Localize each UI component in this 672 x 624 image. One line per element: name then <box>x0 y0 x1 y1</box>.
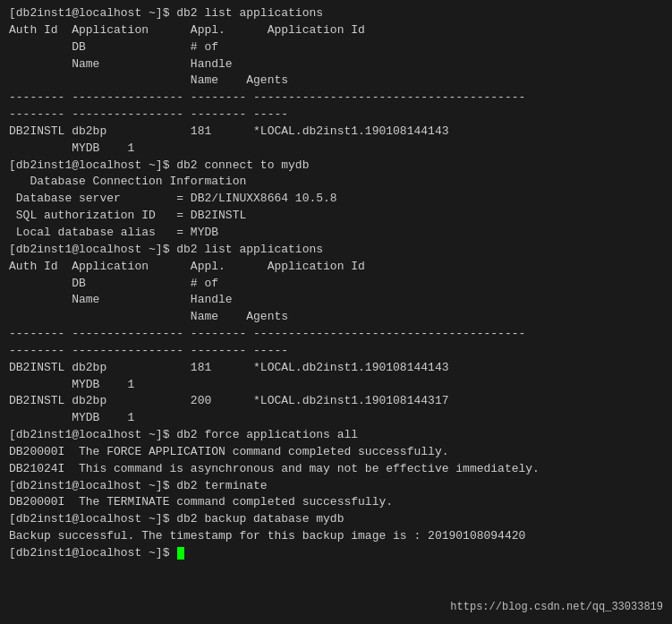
terminal-line: DB20000I The TERMINATE command completed… <box>9 494 663 511</box>
watermark: https://blog.csdn.net/qq_33033819 <box>450 600 663 615</box>
terminal-line: Name Agents <box>9 73 663 90</box>
terminal-line: -------- ---------------- -------- -----… <box>9 90 663 107</box>
terminal-line: Auth Id Application Appl. Application Id <box>9 259 663 276</box>
terminal-cursor <box>177 547 184 560</box>
terminal-window: [db2inst1@localhost ~]$ db2 list applica… <box>0 0 672 624</box>
terminal-line: Database server = DB2/LINUXX8664 10.5.8 <box>9 191 663 208</box>
terminal-line: DB21024I This command is asynchronous an… <box>9 461 663 478</box>
terminal-line: DB20000I The FORCE APPLICATION command c… <box>9 444 663 461</box>
terminal-line: MYDB 1 <box>9 410 663 427</box>
terminal-line: DB2INSTL db2bp 181 *LOCAL.db2inst1.19010… <box>9 124 663 141</box>
terminal-line: [db2inst1@localhost ~]$ db2 terminate <box>9 478 663 495</box>
terminal-line: [db2inst1@localhost ~]$ db2 list applica… <box>9 5 663 22</box>
terminal-line: Name Agents <box>9 309 663 326</box>
terminal-line: MYDB 1 <box>9 141 663 158</box>
terminal-line: Name Handle <box>9 292 663 309</box>
terminal-line: -------- ---------------- -------- -----… <box>9 326 663 343</box>
terminal-line: Local database alias = MYDB <box>9 225 663 242</box>
terminal-line: Auth Id Application Appl. Application Id <box>9 22 663 39</box>
terminal-content: [db2inst1@localhost ~]$ db2 list applica… <box>9 5 663 562</box>
terminal-line: -------- ---------------- -------- ----- <box>9 107 663 124</box>
terminal-line: DB # of <box>9 39 663 56</box>
terminal-line: Database Connection Information <box>9 174 663 191</box>
terminal-line: DB2INSTL db2bp 200 *LOCAL.db2inst1.19010… <box>9 393 663 410</box>
terminal-line: -------- ---------------- -------- ----- <box>9 343 663 360</box>
terminal-line: [db2inst1@localhost ~]$ db2 backup datab… <box>9 511 663 528</box>
terminal-line: [db2inst1@localhost ~]$ <box>9 545 663 562</box>
terminal-line: Name Handle <box>9 56 663 73</box>
terminal-line: [db2inst1@localhost ~]$ db2 list applica… <box>9 242 663 259</box>
terminal-line: Backup successful. The timestamp for thi… <box>9 528 663 545</box>
terminal-line: [db2inst1@localhost ~]$ db2 connect to m… <box>9 158 663 175</box>
terminal-line: SQL authorization ID = DB2INSTL <box>9 208 663 225</box>
terminal-line: MYDB 1 <box>9 377 663 394</box>
terminal-line: DB2INSTL db2bp 181 *LOCAL.db2inst1.19010… <box>9 360 663 377</box>
terminal-line: DB # of <box>9 276 663 293</box>
terminal-line: [db2inst1@localhost ~]$ db2 force applic… <box>9 427 663 444</box>
